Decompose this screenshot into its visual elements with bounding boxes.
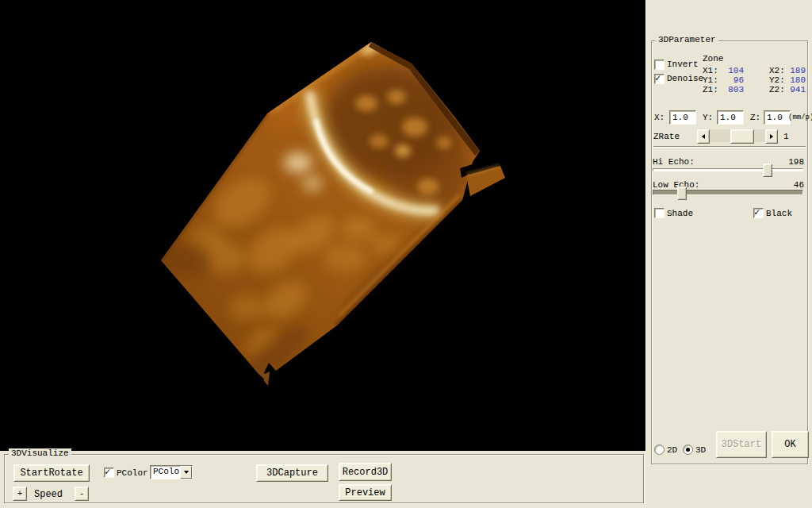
3d-ultrasound-render	[0, 0, 645, 451]
scale-y-input[interactable]: 1.0	[717, 110, 744, 125]
denoise-checkbox[interactable]	[654, 74, 665, 84]
invert-checkbox[interactable]	[654, 60, 665, 70]
pcolor-checkbox-label: PColor	[117, 468, 148, 478]
zone-x2-value: 189	[783, 66, 806, 75]
zone-y1-label: Y1:	[703, 75, 718, 85]
black-label: Black	[766, 209, 792, 218]
mode-3d-radio[interactable]	[683, 444, 693, 455]
ok-button[interactable]: OK	[772, 431, 809, 458]
start-rotate-button[interactable]: StartRotate	[13, 464, 90, 482]
hi-echo-slider-track[interactable]	[653, 168, 803, 171]
visualize-panel: 3DVisualize StartRotate PColor PColor 3D…	[0, 451, 645, 508]
mode-3d-label: 3D	[695, 445, 706, 455]
zone-y1-value: 96	[722, 75, 744, 85]
mode-2d-radio[interactable]	[654, 444, 665, 455]
scale-z-input[interactable]: 1.0	[764, 110, 791, 125]
low-echo-label: Low Echo:	[653, 180, 699, 190]
arrow-right-icon	[770, 134, 773, 139]
pcolor-dropdown[interactable]: PColor	[150, 465, 193, 479]
zone-y2-value: 180	[783, 75, 806, 85]
zone-y2-label: Y2:	[769, 75, 785, 85]
speed-plus-button[interactable]: +	[13, 487, 27, 501]
render-viewport[interactable]	[0, 0, 645, 451]
parameter-group-title: 3DParameter	[656, 35, 718, 45]
parameter-groupbox: 3DParameter Invert Denoise Zone X1: 104 …	[651, 40, 808, 464]
scale-x-label: X:	[654, 113, 665, 122]
black-checkbox[interactable]	[753, 208, 764, 218]
zone-x1-label: X1:	[703, 66, 718, 75]
low-echo-slider-thumb[interactable]	[677, 187, 687, 200]
zone-label: Zone	[703, 54, 723, 64]
parameter-panel: 3DParameter Invert Denoise Zone X1: 104 …	[645, 0, 812, 508]
capture-button[interactable]: 3DCapture	[256, 464, 328, 482]
zone-z2-label: Z2:	[769, 85, 785, 94]
zone-x2-label: X2:	[769, 66, 785, 75]
zone-z1-value: 803	[722, 85, 744, 94]
app-window: 3DParameter Invert Denoise Zone X1: 104 …	[0, 0, 812, 508]
low-echo-value: 46	[779, 180, 804, 190]
low-echo-slider-track[interactable]	[653, 190, 803, 195]
arrow-left-icon	[702, 134, 705, 139]
zrate-label: ZRate	[653, 132, 680, 141]
zrate-scroll-left-button[interactable]	[697, 129, 710, 144]
zrate-scroll-thumb[interactable]	[730, 129, 754, 144]
denoise-label: Denoise	[667, 74, 703, 83]
mode-2d-label: 2D	[667, 445, 677, 455]
visualize-group-title: 3DVisualize	[9, 448, 71, 459]
zrate-value: 1	[783, 132, 789, 141]
hi-echo-value: 198	[779, 157, 804, 167]
shade-label: Shade	[667, 209, 693, 218]
pcolor-dropdown-button[interactable]	[180, 466, 192, 479]
zone-x1-value: 104	[722, 66, 744, 75]
pcolor-checkbox[interactable]	[104, 468, 114, 478]
zrate-scrollbar[interactable]	[697, 129, 778, 142]
scale-x-input[interactable]: 1.0	[669, 110, 696, 125]
separator-line	[653, 146, 806, 148]
speed-label: Speed	[34, 490, 63, 499]
preview-button[interactable]: Preview	[339, 484, 392, 501]
zrate-scroll-right-button[interactable]	[765, 129, 778, 144]
hi-echo-label: Hi Echo:	[653, 157, 695, 167]
hi-echo-slider-thumb[interactable]	[763, 164, 772, 177]
shade-checkbox[interactable]	[654, 208, 665, 218]
invert-label: Invert	[667, 60, 699, 69]
scale-z-label: Z:	[750, 113, 760, 122]
visualize-groupbox: 3DVisualize StartRotate PColor PColor 3D…	[4, 454, 644, 503]
speed-minus-button[interactable]: -	[75, 487, 89, 501]
zone-z2-value: 941	[783, 85, 806, 94]
zone-z1-label: Z1:	[703, 85, 718, 94]
scale-unit-label: (mm/p)	[788, 113, 812, 122]
start3d-button[interactable]: 3DStart	[716, 431, 767, 458]
scale-y-label: Y:	[703, 113, 713, 122]
record3d-button[interactable]: Record3D	[339, 463, 392, 481]
chevron-down-icon	[184, 471, 189, 474]
